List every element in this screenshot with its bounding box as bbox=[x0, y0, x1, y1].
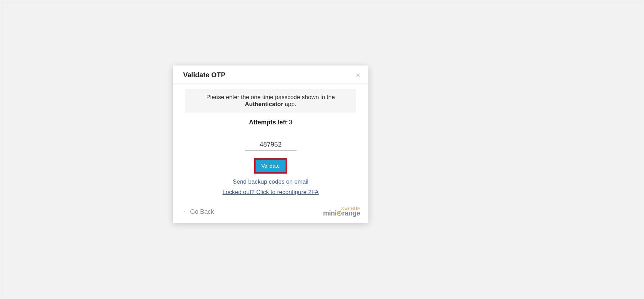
otp-input[interactable] bbox=[245, 139, 297, 151]
go-back-label: Go Back bbox=[190, 208, 214, 216]
validate-otp-modal: Validate OTP × Please enter the one time… bbox=[173, 65, 368, 223]
brand-orange-icon bbox=[337, 211, 342, 216]
go-back-link[interactable]: ← Go Back bbox=[183, 208, 214, 216]
modal-title: Validate OTP bbox=[183, 71, 225, 79]
send-backup-codes-link[interactable]: Send backup codes on email bbox=[233, 178, 308, 185]
attempts-left: Attempts left:3 bbox=[181, 119, 360, 126]
attempts-label: Attempts left bbox=[249, 119, 287, 126]
info-text-prefix: Please enter the one time passcode shown… bbox=[206, 94, 335, 100]
otp-input-wrap bbox=[181, 139, 360, 151]
modal-footer: ← Go Back powered by minirange bbox=[173, 205, 368, 223]
close-icon[interactable]: × bbox=[356, 72, 360, 79]
arrow-left-icon: ← bbox=[183, 209, 189, 215]
brand-suffix: range bbox=[342, 209, 360, 217]
validate-button-wrap: Validate bbox=[181, 158, 360, 174]
info-text-bold: Authenticator bbox=[245, 101, 283, 107]
brand-prefix: mini bbox=[323, 209, 337, 217]
info-banner: Please enter the one time passcode shown… bbox=[185, 89, 356, 113]
attempts-value: 3 bbox=[289, 119, 292, 126]
validate-button[interactable]: Validate bbox=[256, 160, 286, 172]
reconfigure-2fa-link[interactable]: Locked out? Click to reconfigure 2FA bbox=[223, 189, 319, 195]
reconfigure-row: Locked out? Click to reconfigure 2FA bbox=[181, 189, 360, 196]
backup-codes-row: Send backup codes on email bbox=[181, 178, 360, 185]
modal-header: Validate OTP × bbox=[173, 65, 368, 83]
modal-body: Please enter the one time passcode shown… bbox=[173, 83, 368, 205]
brand-logo: minirange bbox=[323, 209, 360, 217]
validate-highlight-box: Validate bbox=[254, 158, 287, 174]
powered-by-badge: powered by minirange bbox=[323, 207, 360, 217]
info-text-suffix: app. bbox=[283, 101, 296, 107]
